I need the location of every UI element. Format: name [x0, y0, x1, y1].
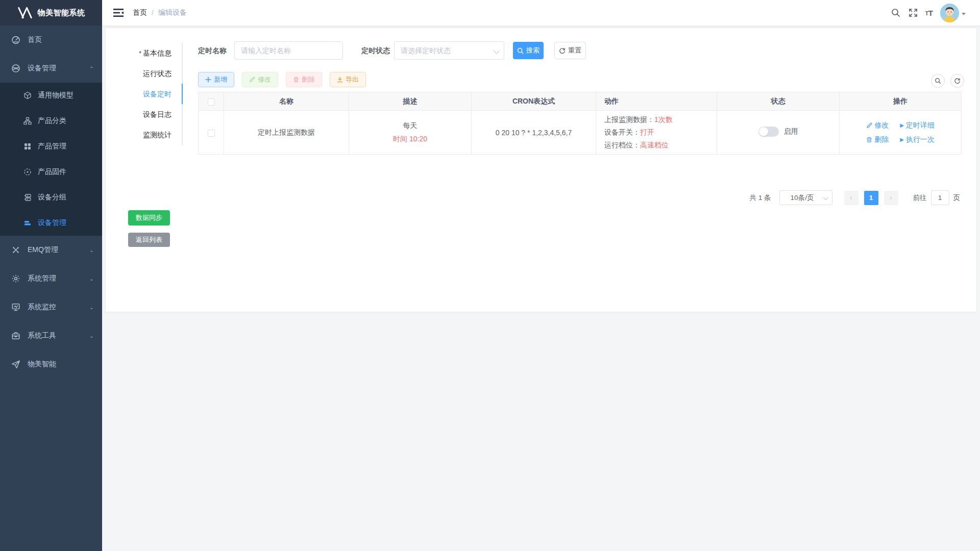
top-navbar: 首页 / 编辑设备 TT — [102, 0, 980, 26]
sidebar-item-system-management[interactable]: 系统管理 ⌄ — [0, 264, 102, 293]
sidebar-item-device-list[interactable]: 设备管理 — [0, 210, 102, 236]
search-icon — [935, 78, 941, 84]
header-select-all — [199, 92, 224, 111]
header-cron: CRON表达式 — [472, 92, 596, 111]
header-search-icon[interactable] — [891, 8, 901, 18]
download-icon — [337, 77, 343, 83]
sidebar-item-emq-management[interactable]: EMQ管理 ⌄ — [0, 236, 102, 264]
logo[interactable]: 物美智能系统 — [0, 0, 102, 26]
action-line: 上报监测数据：1次数 — [604, 113, 717, 126]
pencil-icon — [249, 77, 255, 83]
table-toolbar: 新增 修改 删除 导出 — [198, 72, 366, 87]
sidebar-item-wumei-smart[interactable]: 物美智能 — [0, 350, 102, 379]
header-description: 描述 — [349, 92, 472, 111]
add-button[interactable]: 新增 — [198, 72, 234, 87]
prev-page-button[interactable]: ‹ — [844, 191, 859, 205]
status-toggle[interactable] — [758, 127, 779, 137]
pagination: 共 1 条 10条/页 ‹ 1 › 前往 页 — [749, 190, 960, 205]
sidebar-item-label: 系统管理 — [28, 274, 56, 283]
select-placeholder: 请选择定时状态 — [401, 46, 451, 55]
edit-button[interactable]: 修改 — [242, 72, 278, 87]
breadcrumb-home[interactable]: 首页 — [133, 8, 147, 17]
page-number-1[interactable]: 1 — [864, 191, 878, 205]
back-to-list-button[interactable]: 返回列表 — [128, 233, 170, 247]
sidebar-item-label: 物美智能 — [28, 360, 56, 369]
row-operations-cell: 修改 ▶ 定时详细 删除 ▶ — [840, 111, 962, 155]
device-group-icon — [23, 193, 32, 202]
caret-right-icon: ▶ — [900, 137, 904, 142]
search-button[interactable]: 搜索 — [513, 42, 544, 59]
sidebar-item-device-management[interactable]: 设备管理 ⌃ — [0, 54, 102, 83]
tab-monitor-stats[interactable]: 监测统计 — [106, 124, 182, 145]
device-list-icon — [23, 219, 32, 227]
op-delete-link[interactable]: 删除 — [866, 135, 889, 144]
sidebar-item-label: 设备管理 — [28, 64, 56, 73]
app-root: 物美智能系统 首页 设备管理 ⌃ 通用物模型 产品分类 — [0, 0, 980, 551]
timer-name-label: 定时名称 — [198, 41, 227, 60]
table-header-row: 名称 描述 CRON表达式 动作 状态 操作 — [199, 92, 962, 111]
sidebar-item-label: 系统监控 — [28, 303, 56, 312]
next-page-button[interactable]: › — [884, 191, 898, 205]
sidebar-item-device-group[interactable]: 设备分组 — [0, 185, 102, 210]
tab-device-log[interactable]: 设备日志 — [106, 104, 182, 124]
sidebar-item-label: 设备管理 — [38, 218, 66, 228]
gear-icon — [11, 274, 20, 283]
search-icon — [517, 47, 524, 54]
sidebar-item-product-management[interactable]: 产品管理 — [0, 134, 102, 159]
export-button[interactable]: 导出 — [330, 72, 366, 87]
sidebar-item-product-firmware[interactable]: 产品固件 — [0, 159, 102, 185]
sidebar-item-label: 设备分组 — [38, 193, 66, 202]
user-menu[interactable] — [940, 4, 966, 22]
refresh-table-button[interactable] — [950, 74, 964, 88]
collapse-sidebar-icon[interactable] — [113, 9, 124, 17]
goto-page-input[interactable] — [931, 190, 949, 205]
timer-name-input[interactable] — [234, 41, 343, 60]
op-timer-detail-link[interactable]: ▶ 定时详细 — [900, 121, 935, 130]
sidebar-item-label: 通用物模型 — [38, 91, 74, 100]
grid-icon — [23, 142, 32, 151]
font-size-icon[interactable]: TT — [925, 9, 933, 17]
sidebar-item-label: 产品分类 — [38, 116, 66, 126]
timer-status-label: 定时状态 — [361, 41, 390, 60]
device-management-icon — [11, 64, 20, 73]
header-operations: 操作 — [840, 92, 962, 111]
sidebar-item-home[interactable]: 首页 — [0, 26, 102, 54]
op-run-once-link[interactable]: ▶ 执行一次 — [900, 135, 935, 144]
op-edit-link[interactable]: 修改 — [866, 121, 889, 130]
sidebar-menu: 首页 设备管理 ⌃ 通用物模型 产品分类 产品管理 — [0, 26, 102, 379]
sidebar-item-system-monitor[interactable]: 系统监控 ⌄ — [0, 293, 102, 321]
goto-label: 前往 — [913, 193, 927, 203]
reset-button[interactable]: 重置 — [554, 42, 586, 59]
header-name: 名称 — [224, 92, 349, 111]
sidebar-item-thing-model[interactable]: 通用物模型 — [0, 83, 102, 108]
toolbox-icon — [11, 331, 20, 340]
breadcrumb: 首页 / 编辑设备 — [133, 8, 187, 17]
delete-button[interactable]: 删除 — [286, 72, 322, 87]
data-sync-button[interactable]: 数据同步 — [128, 210, 170, 226]
row-action-cell: 上报监测数据：1次数 设备开关：打开 运行档位：高速档位 — [596, 111, 717, 155]
plus-icon — [205, 77, 211, 83]
tab-basic-info[interactable]: *基本信息 — [106, 43, 182, 63]
toggle-search-button[interactable] — [931, 74, 945, 88]
device-tabs: *基本信息 运行状态 设备定时 设备日志 监测统计 — [106, 43, 182, 145]
avatar[interactable] — [940, 4, 959, 22]
tab-device-timer[interactable]: 设备定时 — [106, 84, 182, 104]
monitor-icon — [11, 303, 20, 312]
page-size-select[interactable]: 10条/页 — [779, 190, 832, 205]
chevron-down-icon: ⌄ — [89, 304, 94, 310]
fullscreen-icon[interactable] — [908, 8, 918, 18]
sidebar-item-product-category[interactable]: 产品分类 — [0, 108, 102, 134]
breadcrumb-separator: / — [152, 9, 154, 17]
total-count: 共 1 条 — [749, 193, 771, 203]
tab-run-status[interactable]: 运行状态 — [106, 63, 182, 84]
caret-down-icon — [962, 13, 966, 17]
sidebar-item-system-tools[interactable]: 系统工具 ⌄ — [0, 321, 102, 350]
chevron-down-icon — [493, 47, 499, 54]
table-row: 定时上报监测数据 每天 时间 10:20 0 20 10 ? * 1,2,3,4… — [199, 111, 962, 155]
sidebar-item-label: 系统工具 — [28, 331, 56, 340]
chevron-down-icon: ⌄ — [89, 276, 94, 282]
chevron-up-icon: ⌃ — [89, 65, 94, 71]
row-checkbox[interactable] — [208, 130, 215, 137]
select-all-checkbox[interactable] — [208, 98, 215, 106]
timer-status-select[interactable]: 请选择定时状态 — [394, 41, 504, 60]
